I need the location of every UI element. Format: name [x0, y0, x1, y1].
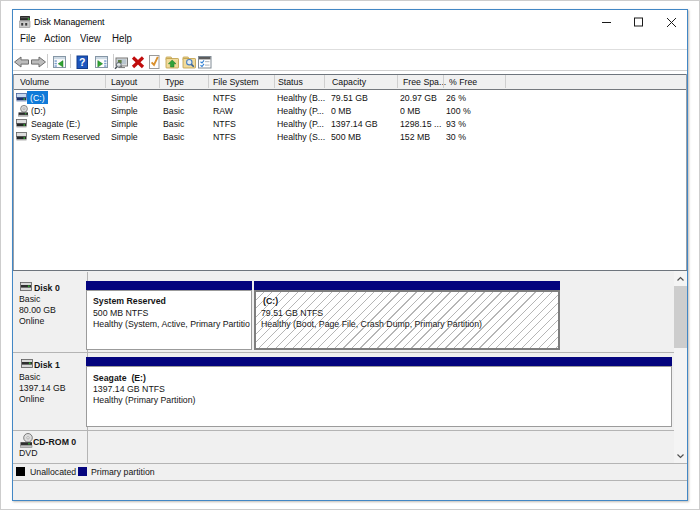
svg-text:?: ?: [79, 56, 85, 68]
